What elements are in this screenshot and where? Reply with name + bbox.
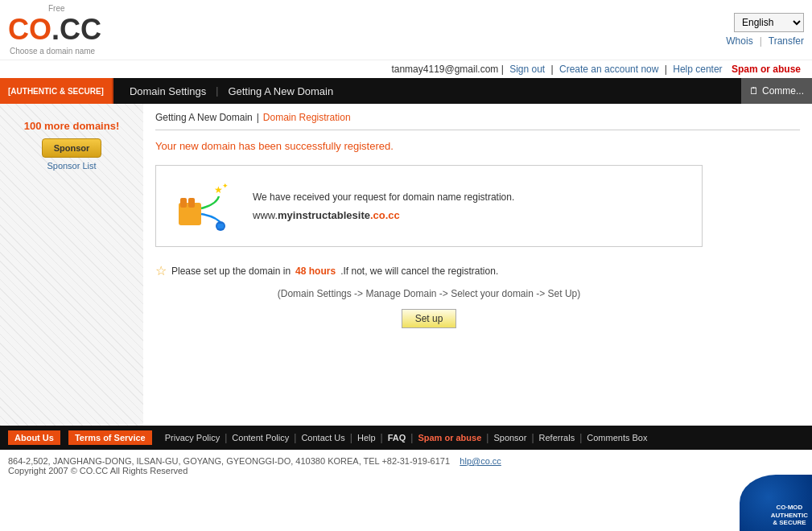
domain-register-illustration: ★ ✦ (172, 180, 237, 233)
footer-privacy[interactable]: Privacy Policy (160, 433, 225, 442)
comments-label: Comme... (762, 85, 804, 97)
sponsor-list-link[interactable]: Sponsor List (47, 161, 96, 171)
svg-text:✦: ✦ (222, 182, 229, 190)
footer-address: 864-2,502, JANGHANG-DONG, ILSAN-GU, GOYA… (8, 456, 450, 466)
logo-dot: . (52, 13, 60, 47)
footer-referrals[interactable]: Referrals (534, 433, 580, 442)
logo-co: CO (8, 13, 52, 47)
breadcrumb: Getting A New Domain | Domain Registrati… (155, 112, 800, 130)
logo[interactable]: CO.CC (8, 13, 101, 47)
nav-links: Domain Settings | Getting A New Domain (113, 78, 741, 104)
footer-terms[interactable]: Terms of Service (68, 430, 152, 445)
account-sep1: | (501, 64, 506, 75)
sidebar-domains-text: 100 more domains! (24, 120, 120, 132)
breadcrumb-registration[interactable]: Domain Registration (263, 112, 351, 123)
sidebar: 100 more domains! Sponsor Sponsor List (0, 104, 143, 426)
registration-box: ★ ✦ We have received your request for do… (155, 165, 703, 247)
footer-copyright: Copyright 2007 © CO.CC All Rights Reserv… (8, 466, 804, 475)
footer-help[interactable]: Help (352, 433, 381, 442)
footer-spam[interactable]: Spam or abuse (413, 433, 486, 442)
setup-note: ☆ Please set up the domain in 48 hours.I… (155, 263, 703, 278)
top-bar: Free CO.CC Choose a domain name English … (0, 0, 812, 60)
logo-free-label: Free (48, 4, 65, 13)
setup-pre: Please set up the domain in (171, 266, 291, 277)
domain-tld: .co.cc (370, 209, 400, 221)
footer-faq[interactable]: FAQ (383, 433, 411, 442)
success-message: Your new domain has been successfully re… (155, 140, 800, 152)
svg-rect-2 (188, 198, 195, 208)
account-bar: tanmay4119@gmail.com | Sign out | Create… (0, 60, 812, 78)
breadcrumb-getting: Getting A New Domain (155, 112, 253, 123)
logo-tagline: Choose a domain name (10, 47, 95, 56)
domain-settings-nav[interactable]: Domain Settings (122, 78, 214, 104)
top-right: English Whois | Transfer (726, 13, 804, 47)
transfer-link[interactable]: Transfer (769, 35, 804, 47)
account-sep2: | (551, 64, 554, 75)
comment-icon: 🗒 (749, 85, 759, 97)
secure-badge: [AUTHENTIC & SECURE] (0, 78, 113, 104)
language-select[interactable]: English (734, 13, 804, 32)
whois-links: Whois | Transfer (726, 35, 804, 47)
spam-link[interactable]: Spam or abuse (732, 64, 801, 75)
domain-prefix: www. (253, 209, 278, 221)
comments-button[interactable]: 🗒 Comme... (741, 78, 812, 104)
getting-new-domain-nav[interactable]: Getting A New Domain (220, 78, 341, 104)
breadcrumb-sep: | (257, 112, 259, 123)
signout-link[interactable]: Sign out (509, 64, 545, 75)
svg-rect-1 (180, 198, 187, 208)
footer-contact-us[interactable]: Contact Us (296, 433, 349, 442)
footer-email[interactable]: hlp@co.cc (460, 456, 501, 466)
reg-info: We have received your request for domain… (253, 191, 514, 221)
help-center-link[interactable]: Help center (673, 64, 722, 75)
content-wrap: 100 more domains! Sponsor Sponsor List G… (0, 104, 812, 426)
hours-highlight: 48 hours (295, 266, 336, 277)
registration-icon: ★ ✦ (172, 178, 237, 234)
setup-post: .If not, we will cancel the registration… (340, 266, 498, 277)
whois-link[interactable]: Whois (726, 35, 752, 47)
svg-rect-6 (217, 224, 224, 228)
setup-path: (Domain Settings -> Manage Domain -> Sel… (155, 288, 703, 299)
reg-domain-url: www.myinstructablesite.co.cc (253, 209, 514, 221)
footer-content-policy[interactable]: Content Policy (227, 433, 294, 442)
language-selector-wrap[interactable]: English (734, 13, 804, 32)
reg-received-text: We have received your request for domain… (253, 191, 514, 203)
star-icon: ☆ (155, 263, 167, 278)
footer-comments-box[interactable]: Comments Box (582, 433, 652, 442)
footer-links-bar: About Us Terms of Service Privacy Policy… (0, 426, 812, 450)
sponsor-button[interactable]: Sponsor (42, 138, 102, 158)
nav-bar: [AUTHENTIC & SECURE] Domain Settings | G… (0, 78, 812, 104)
footer-info: 864-2,502, JANGHANG-DONG, ILSAN-GU, GOYA… (0, 450, 812, 482)
domain-name: myinstructablesite (278, 209, 370, 221)
nav-sep: | (216, 85, 218, 97)
main-content: Getting A New Domain | Domain Registrati… (143, 104, 812, 426)
whois-sep: | (760, 35, 762, 47)
footer-about-us[interactable]: About Us (8, 430, 60, 445)
create-account-link[interactable]: Create an account now (559, 64, 658, 75)
setup-section: ☆ Please set up the domain in 48 hours.I… (155, 263, 703, 328)
logo-cc: CC (60, 13, 101, 47)
setup-button[interactable]: Set up (402, 309, 457, 328)
account-sep3: | (665, 64, 667, 75)
account-email: tanmay4119@gmail.com (391, 64, 498, 75)
logo-area: Free CO.CC Choose a domain name (8, 4, 101, 56)
footer-sponsor[interactable]: Sponsor (488, 433, 531, 442)
